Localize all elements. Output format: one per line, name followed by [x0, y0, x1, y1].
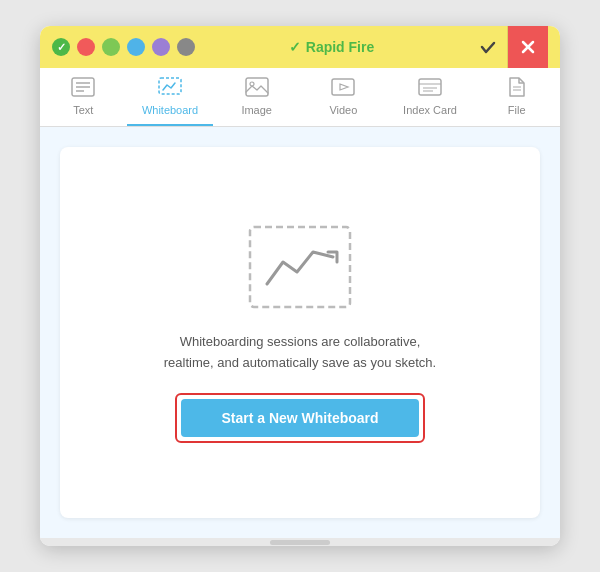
app-window: ✓ ✓ Rapid Fire [40, 26, 560, 546]
text-tab-icon [70, 76, 96, 101]
image-tab-icon [244, 76, 270, 101]
svg-rect-6 [159, 78, 181, 94]
header: ✓ ✓ Rapid Fire [40, 26, 560, 68]
svg-rect-7 [246, 78, 268, 96]
header-title-text: Rapid Fire [306, 39, 374, 55]
start-button-wrapper: Start a New Whiteboard [175, 393, 424, 443]
svg-rect-11 [419, 79, 441, 95]
close-button[interactable] [508, 26, 548, 68]
whiteboard-sketch-icon [245, 222, 355, 312]
dot-purple [152, 38, 170, 56]
dot-red [77, 38, 95, 56]
tabs: Text Whiteboard Image [40, 68, 560, 127]
tab-image[interactable]: Image [213, 68, 300, 126]
dot-blue [127, 38, 145, 56]
tab-text[interactable]: Text [40, 68, 127, 126]
tab-image-label: Image [241, 104, 272, 116]
content-area: Whiteboarding sessions are collaborative… [40, 127, 560, 538]
scroll-bar [40, 538, 560, 546]
tab-index-card[interactable]: Index Card [387, 68, 474, 126]
header-title: ✓ Rapid Fire [289, 39, 374, 55]
tab-whiteboard-label: Whiteboard [142, 104, 198, 116]
tab-index-card-label: Index Card [403, 104, 457, 116]
whiteboard-panel: Whiteboarding sessions are collaborative… [60, 147, 540, 518]
index-card-tab-icon [417, 76, 443, 101]
tab-file-label: File [508, 104, 526, 116]
header-check-icon: ✓ [289, 39, 301, 55]
tab-whiteboard[interactable]: Whiteboard [127, 68, 214, 126]
whiteboard-tab-icon [157, 76, 183, 101]
tab-file[interactable]: File [473, 68, 560, 126]
header-actions [468, 26, 548, 68]
file-tab-icon [504, 76, 530, 101]
tab-text-label: Text [73, 104, 93, 116]
svg-marker-10 [340, 84, 348, 90]
header-dots: ✓ [52, 38, 195, 56]
confirm-check-icon [480, 39, 496, 55]
dot-check: ✓ [52, 38, 70, 56]
scroll-thumb [270, 540, 330, 545]
close-icon [521, 40, 535, 54]
confirm-button[interactable] [468, 26, 508, 68]
dot-green [102, 38, 120, 56]
svg-rect-9 [332, 79, 354, 95]
video-tab-icon [330, 76, 356, 101]
dot-gray [177, 38, 195, 56]
tab-video-label: Video [329, 104, 357, 116]
tab-video[interactable]: Video [300, 68, 387, 126]
start-whiteboard-button[interactable]: Start a New Whiteboard [181, 399, 418, 437]
whiteboard-description: Whiteboarding sessions are collaborative… [160, 332, 440, 374]
